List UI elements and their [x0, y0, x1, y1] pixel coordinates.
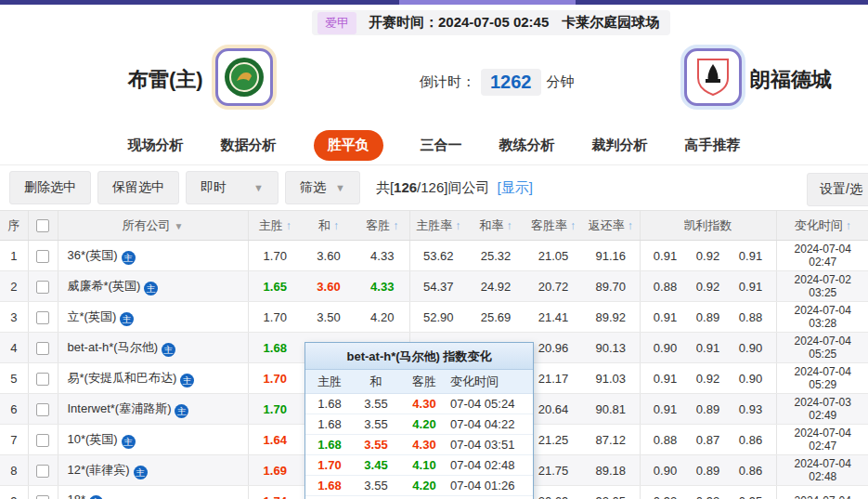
- company-cell[interactable]: 18*主: [58, 486, 248, 499]
- kelly-value: 0.91: [739, 280, 762, 294]
- header-和率[interactable]: 和率↑: [467, 211, 525, 241]
- payout-rate: 90.13: [582, 333, 640, 363]
- row-number: 4: [0, 333, 28, 363]
- header-label: 返还率: [589, 218, 625, 232]
- tab-5[interactable]: 教练分析: [499, 137, 555, 154]
- company-cell[interactable]: 易*(安提瓜和巴布达)主: [58, 363, 248, 394]
- popup-header-1: 主胜: [305, 374, 354, 390]
- row-checkbox-cell: [28, 455, 58, 486]
- change-time: 02:49: [777, 409, 868, 422]
- row-number: 2: [0, 271, 28, 302]
- company-cell[interactable]: bet-at-h*(马尔他)主: [58, 333, 248, 363]
- draw-odds: 3.60: [302, 271, 356, 302]
- header-凯利指数[interactable]: 凯利指数: [640, 211, 776, 241]
- selected-count: 126: [394, 179, 417, 195]
- header-返还率[interactable]: 返还率↑: [582, 211, 640, 241]
- row-checkbox[interactable]: [36, 465, 49, 478]
- instant-label: 即时: [201, 179, 227, 196]
- header-变化时间[interactable]: 变化时间↑: [776, 211, 868, 241]
- countdown-label: 倒计时：: [420, 73, 475, 91]
- payout-rate: 89.92: [582, 302, 640, 333]
- toolbar: 删除选中 保留选中 即时 ▼ 筛选 ▼ 共[126/126]间公司 [显示] 设…: [0, 164, 868, 210]
- change-time: 02:48: [777, 470, 868, 483]
- tab-7[interactable]: 高手推荐: [685, 137, 741, 154]
- kelly-cell: 0.880.920.91: [640, 271, 776, 302]
- change-time-cell: 2024-07-0302:49: [776, 394, 868, 425]
- tab-1[interactable]: 现场分析: [128, 137, 184, 154]
- tab-4[interactable]: 三合一: [421, 137, 462, 154]
- home-odds: 1.70: [248, 394, 302, 425]
- row-checkbox[interactable]: [36, 495, 49, 499]
- dropdown-icon[interactable]: ▼: [175, 221, 184, 231]
- home-badge-icon: 主: [122, 435, 136, 449]
- header-序[interactable]: 序: [0, 211, 28, 241]
- kelly-values: 0.880.920.91: [641, 280, 776, 294]
- popup-home-odds: 1.68: [305, 438, 354, 452]
- tab-2[interactable]: 数据分析: [221, 137, 277, 154]
- kelly-values: 0.910.920.91: [641, 249, 776, 263]
- nav-tabs: 现场分析数据分析胜平负三合一教练分析裁判分析高手推荐: [0, 126, 868, 164]
- row-checkbox[interactable]: [36, 250, 49, 263]
- row-checkbox[interactable]: [36, 373, 49, 386]
- change-time: 05:25: [777, 348, 868, 361]
- header-所有公司[interactable]: 所有公司▼: [58, 211, 248, 241]
- header-客胜[interactable]: 客胜↑: [356, 211, 409, 241]
- away-team-logo: [684, 48, 742, 106]
- header-checkbox[interactable]: [28, 211, 58, 241]
- tab-6[interactable]: 裁判分析: [592, 137, 648, 154]
- keep-selected-button[interactable]: 保留选中: [97, 171, 179, 204]
- select-all-checkbox[interactable]: [36, 219, 49, 232]
- kelly-value: 0.92: [696, 494, 719, 499]
- kelly-values: 0.910.920.90: [641, 372, 776, 386]
- payout-rate: 89.70: [582, 271, 640, 302]
- settings-button[interactable]: 设置/选: [807, 173, 868, 206]
- popup-title: bet-at-h*(马尔他) 指数变化: [305, 343, 533, 370]
- header-和[interactable]: 和↑: [302, 211, 356, 241]
- change-time: 03:25: [777, 286, 868, 299]
- row-checkbox[interactable]: [36, 434, 49, 447]
- home-rate: 54.37: [409, 271, 467, 302]
- header-主胜[interactable]: 主胜↑: [248, 211, 302, 241]
- company-cell[interactable]: 威廉希*(英国)主: [58, 271, 248, 302]
- row-checkbox[interactable]: [36, 311, 49, 324]
- payout-rate: 90.81: [582, 394, 640, 425]
- filter-dropdown[interactable]: 筛选 ▼: [285, 171, 360, 204]
- change-time: 05:29: [777, 378, 868, 391]
- kelly-value: 0.92: [696, 372, 719, 386]
- row-checkbox[interactable]: [36, 342, 49, 355]
- sort-asc-icon: ↑: [570, 219, 576, 232]
- show-link[interactable]: [显示]: [497, 179, 532, 197]
- header-主胜率[interactable]: 主胜率↑: [409, 211, 467, 241]
- header-客胜率[interactable]: 客胜率↑: [525, 211, 582, 241]
- instant-dropdown[interactable]: 即时 ▼: [186, 171, 279, 204]
- change-date: 2024-07-04: [777, 427, 868, 440]
- sort-asc-icon: ↑: [455, 219, 460, 232]
- kelly-value: 0.91: [696, 341, 719, 355]
- sort-asc-icon: ↑: [628, 219, 633, 232]
- popup-home-odds: 1.68: [305, 417, 354, 431]
- popup-header-2: 和: [354, 374, 398, 390]
- popup-home-odds: 1.68: [305, 397, 354, 411]
- company-cell[interactable]: 36*(英国)主: [58, 241, 248, 271]
- row-checkbox[interactable]: [36, 403, 49, 416]
- kelly-value: 0.86: [739, 464, 762, 478]
- kelly-value: 0.91: [654, 310, 677, 324]
- company-cell[interactable]: 10*(英国)主: [58, 425, 248, 455]
- away-odds: 4.33: [356, 241, 409, 271]
- company-cell[interactable]: Interwet*(塞浦路斯)主: [58, 394, 248, 425]
- home-team-name: 布雷(主): [128, 66, 203, 94]
- company-cell[interactable]: 立*(英国)主: [58, 302, 248, 333]
- row-checkbox[interactable]: [36, 281, 49, 294]
- company-cell[interactable]: 12*(菲律宾)主: [58, 455, 248, 486]
- tab-3[interactable]: 胜平负: [314, 130, 383, 161]
- delete-selected-button[interactable]: 删除选中: [9, 171, 91, 204]
- header-label: 和: [318, 218, 330, 232]
- home-badge-icon: 主: [134, 466, 148, 479]
- popup-header-row: 主胜和客胜变化时间: [305, 370, 533, 394]
- kelly-value: 0.92: [696, 249, 719, 263]
- home-team-logo: [215, 48, 273, 106]
- home-badge-icon: 主: [162, 343, 175, 357]
- popup-away-odds: 4.20: [398, 479, 450, 492]
- kelly-value: 0.90: [739, 341, 762, 355]
- away-rate: 20.72: [525, 271, 582, 302]
